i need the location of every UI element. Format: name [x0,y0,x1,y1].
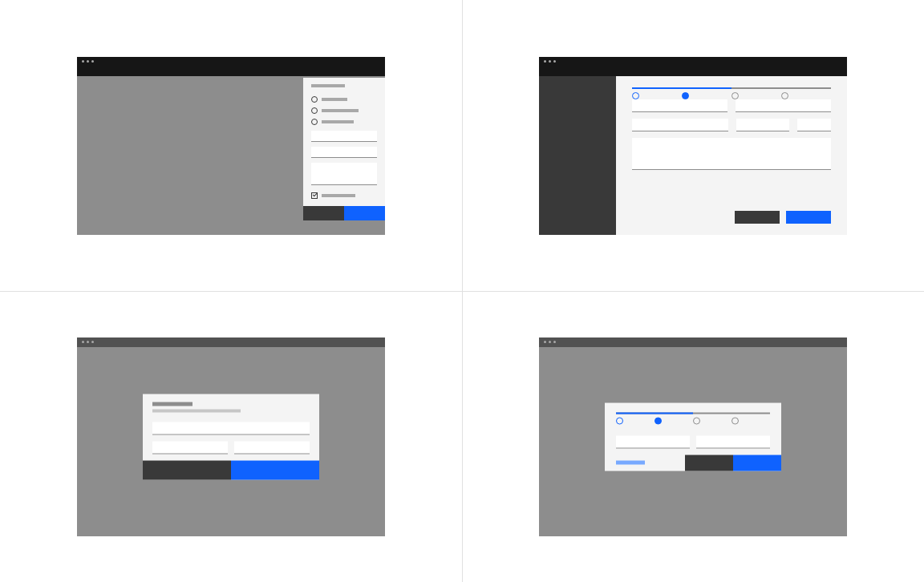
step-circle-icon [654,417,662,424]
toolbar [77,67,385,76]
text-input[interactable] [797,119,831,131]
checkbox-label [322,194,355,197]
radio-icon [311,107,318,114]
text-input[interactable] [632,99,727,112]
stepped-modal-dialog [605,402,781,471]
radio-option[interactable] [311,94,385,105]
step-upcoming[interactable] [732,417,770,424]
form-row [632,119,831,131]
secondary-button[interactable] [735,211,780,224]
step-circle-icon [682,92,689,99]
step-current[interactable] [654,417,693,424]
modal-dialog [143,394,319,479]
window-control-icon [553,341,556,343]
diagram-grid [0,0,924,582]
tertiary-link[interactable] [616,461,645,465]
text-input[interactable] [311,131,377,142]
text-input[interactable] [311,147,377,158]
modal-title [152,402,192,406]
text-input[interactable] [234,441,310,454]
primary-button[interactable] [344,206,385,220]
progress-fill [632,87,732,89]
quadrant-side-panel-form [0,0,462,291]
step-row [632,92,831,99]
radio-icon [311,96,318,103]
window-control-icon [91,60,94,63]
window-control-icon [87,341,89,343]
window-titlebar [539,57,847,67]
radio-option[interactable] [311,116,385,127]
window-control-icon [549,341,551,343]
step-circle-icon [781,92,788,99]
window-control-icon [544,341,546,343]
text-input[interactable] [616,435,690,448]
text-input[interactable] [632,119,728,131]
left-nav [539,76,616,235]
panel-actions [303,206,385,220]
form-row [152,422,310,434]
text-input[interactable] [152,422,310,434]
modal-actions [685,455,781,471]
wizard-actions [735,211,831,224]
quadrant-progress-wizard [462,0,924,291]
textarea-input[interactable] [311,163,377,185]
text-input[interactable] [736,99,831,112]
window-titlebar [77,57,385,67]
quadrant-modal [0,291,462,582]
text-input[interactable] [736,119,789,131]
window-control-icon [82,341,84,343]
step-circle-icon [732,92,739,99]
window [77,57,385,235]
text-input[interactable] [152,441,228,454]
form-row [616,435,770,448]
secondary-button[interactable] [685,455,733,471]
window-control-icon [553,60,556,63]
radio-group [303,94,385,131]
radio-label [322,98,347,101]
step-done[interactable] [616,417,654,424]
step-done[interactable] [632,92,682,99]
step-upcoming[interactable] [693,417,732,424]
panel-title [311,84,345,87]
checkbox-icon [311,192,318,199]
window-control-icon [91,341,94,343]
secondary-button[interactable] [143,460,231,479]
window-control-icon [82,60,84,63]
window-control-icon [87,60,89,63]
window-titlebar [539,337,847,347]
step-current[interactable] [682,92,732,99]
radio-label [322,109,359,112]
primary-button[interactable] [733,455,781,471]
window-control-icon [549,60,551,63]
window [77,337,385,536]
radio-label [322,120,354,123]
text-input[interactable] [696,435,770,448]
quadrant-stepped-modal [462,291,924,582]
progress-indicator [616,412,770,414]
checkbox-option[interactable] [303,190,385,201]
primary-button[interactable] [231,460,319,479]
primary-button[interactable] [786,211,831,224]
side-panel [303,78,385,220]
secondary-button[interactable] [303,206,344,220]
window-control-icon [544,60,546,63]
window [539,57,847,235]
step-circle-icon [632,92,639,99]
radio-option[interactable] [311,105,385,116]
window-titlebar [77,337,385,347]
step-row [616,417,770,424]
modal-footer [605,455,781,471]
step-circle-icon [693,417,700,424]
form-row [152,441,310,454]
textarea-input[interactable] [632,138,831,170]
step-upcoming[interactable] [732,92,781,99]
step-upcoming[interactable] [781,92,831,99]
radio-icon [311,119,318,125]
progress-indicator [632,87,831,89]
form-row [632,99,831,112]
wizard-panel [616,76,847,235]
progress-fill [616,412,693,414]
step-circle-icon [616,417,623,424]
toolbar [539,67,847,76]
step-circle-icon [732,417,739,424]
